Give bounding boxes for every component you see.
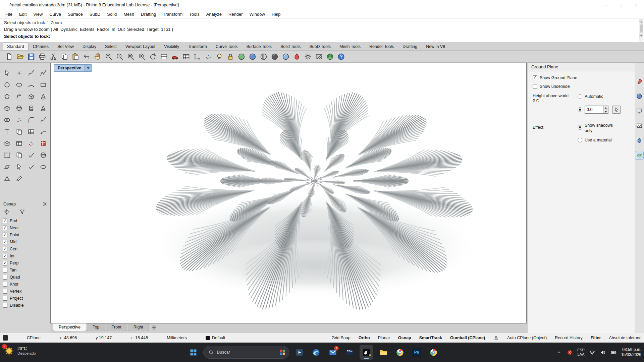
gear-icon[interactable] bbox=[304, 52, 312, 61]
tab-render-tools[interactable]: Render Tools bbox=[365, 43, 398, 50]
checkbox[interactable] bbox=[3, 275, 7, 280]
show-ground-plane-row[interactable]: Show Ground Plane bbox=[533, 75, 577, 80]
zoom-extents-icon[interactable] bbox=[126, 52, 135, 61]
status-filter[interactable]: Filter bbox=[591, 336, 601, 340]
osnap-mid[interactable]: Mid bbox=[0, 238, 50, 245]
status-osnap[interactable]: Osnap bbox=[398, 336, 411, 340]
vptab-top[interactable]: Top bbox=[87, 323, 105, 331]
wifi-icon[interactable] bbox=[589, 349, 595, 356]
image-icon[interactable] bbox=[635, 122, 643, 130]
osnap-point[interactable]: Point bbox=[0, 231, 50, 238]
array-icon[interactable] bbox=[13, 126, 25, 137]
text-icon[interactable] bbox=[1, 126, 13, 137]
taskbar-edge[interactable] bbox=[309, 345, 323, 360]
osnap-end[interactable]: End bbox=[0, 217, 50, 224]
menu-window[interactable]: Window bbox=[246, 11, 268, 18]
wire-box-icon[interactable] bbox=[1, 138, 13, 149]
checkbox[interactable] bbox=[3, 233, 7, 237]
box-icon[interactable] bbox=[1, 103, 13, 114]
worksession-icon[interactable] bbox=[182, 52, 191, 61]
menu-subd[interactable]: SubD bbox=[86, 11, 104, 18]
save-icon[interactable] bbox=[27, 52, 36, 61]
vptab-right[interactable]: Right bbox=[128, 323, 149, 331]
checkbox[interactable] bbox=[3, 289, 7, 294]
taskbar-clipchamp[interactable] bbox=[343, 345, 356, 360]
grid-icon[interactable] bbox=[13, 138, 25, 149]
arc-icon[interactable] bbox=[25, 79, 37, 90]
sphere-light-icon[interactable] bbox=[281, 52, 290, 61]
taskbar-file-explorer[interactable] bbox=[376, 345, 390, 360]
checkbox[interactable] bbox=[3, 254, 7, 258]
minimize-button[interactable] bbox=[598, 0, 613, 10]
status-ortho[interactable]: Ortho bbox=[359, 336, 370, 340]
checkbox[interactable] bbox=[3, 303, 7, 308]
pick-height-button[interactable] bbox=[612, 106, 621, 114]
status-layer[interactable]: Default bbox=[206, 336, 225, 340]
ellipse-icon[interactable] bbox=[13, 79, 25, 90]
surface-plane-icon[interactable] bbox=[1, 161, 13, 173]
search-input[interactable]: Buscar bbox=[203, 346, 289, 359]
ground-plane-icon[interactable] bbox=[635, 151, 643, 159]
shadows-only-radio[interactable] bbox=[578, 125, 582, 130]
tab-cplanes[interactable]: CPlanes bbox=[29, 43, 53, 50]
perspective-viewport[interactable]: Perspective bbox=[50, 63, 527, 323]
osnap-settings-gear-icon[interactable] bbox=[42, 201, 48, 207]
car-icon[interactable] bbox=[171, 52, 179, 61]
solid-box-icon[interactable] bbox=[25, 91, 37, 102]
automatic-row[interactable]: Automatic bbox=[578, 94, 603, 99]
tab-transform[interactable]: Transform bbox=[183, 43, 211, 50]
tab-new-in-v8[interactable]: New in V8 bbox=[422, 43, 449, 50]
pyramid-icon[interactable] bbox=[37, 91, 49, 102]
menu-file[interactable]: File bbox=[2, 11, 16, 18]
menu-curve[interactable]: Curve bbox=[46, 11, 64, 18]
verify-icon[interactable] bbox=[25, 161, 37, 173]
zoom-selected-icon[interactable] bbox=[138, 52, 146, 61]
tab-display[interactable]: Display bbox=[78, 43, 101, 50]
spinner-down-icon[interactable] bbox=[603, 110, 608, 114]
new-viewport-layout-button[interactable] bbox=[150, 324, 158, 331]
tab-surface-tools[interactable]: Surface Tools bbox=[242, 43, 276, 50]
menu-drafting[interactable]: Drafting bbox=[138, 11, 160, 18]
copy-icon[interactable] bbox=[60, 52, 69, 61]
ellipsoid-icon[interactable] bbox=[37, 161, 49, 173]
pan-icon[interactable] bbox=[93, 52, 102, 61]
taskbar-chrome[interactable] bbox=[393, 345, 407, 360]
bulb-icon[interactable] bbox=[215, 52, 224, 61]
scroll-up-icon[interactable]: ▲ bbox=[639, 19, 643, 23]
sphere-striped-icon[interactable] bbox=[259, 52, 268, 61]
show-ground-plane-checkbox[interactable] bbox=[533, 75, 537, 80]
tab-curve-tools[interactable]: Curve Tools bbox=[211, 43, 242, 50]
viewport-menu-dropdown[interactable] bbox=[85, 64, 92, 72]
language-indicator[interactable]: ESP LAA bbox=[577, 348, 585, 356]
new-file-icon[interactable] bbox=[5, 52, 13, 61]
tab-viewport-layout[interactable]: Viewport Layout bbox=[121, 43, 160, 50]
menu-view[interactable]: View bbox=[30, 11, 46, 18]
cylinder-icon[interactable] bbox=[25, 103, 37, 114]
status-gumball[interactable]: Gumball (CPlane) bbox=[450, 336, 485, 340]
show-underside-row[interactable]: Show underside bbox=[533, 84, 570, 89]
viewport-title[interactable]: Perspective bbox=[54, 64, 92, 72]
status-planar[interactable]: Planar bbox=[378, 336, 390, 340]
boolean-icon[interactable] bbox=[1, 114, 13, 126]
taskbar-media-app[interactable] bbox=[292, 345, 306, 360]
globe-icon[interactable] bbox=[326, 52, 334, 61]
paint-drop-icon[interactable] bbox=[292, 52, 301, 61]
menu-help[interactable]: Help bbox=[268, 11, 284, 18]
osnap-tan[interactable]: Tan bbox=[0, 266, 50, 274]
osnap-disable[interactable]: Disable bbox=[0, 302, 50, 309]
scroll-down-icon[interactable]: ▼ bbox=[639, 34, 643, 38]
taskbar-rhino[interactable]: 8 bbox=[360, 345, 373, 360]
hatch-icon[interactable] bbox=[315, 52, 323, 61]
status-record-history[interactable]: Record History bbox=[555, 336, 583, 340]
osnap-vertex[interactable]: Vertex bbox=[0, 288, 50, 295]
mesh-sphere-icon[interactable] bbox=[37, 149, 49, 161]
print-icon[interactable] bbox=[38, 52, 47, 61]
start-button[interactable] bbox=[186, 345, 200, 360]
view-layout-icon[interactable] bbox=[160, 52, 168, 61]
osnap-knot[interactable]: Knot bbox=[0, 281, 50, 288]
offset-curve-icon[interactable] bbox=[13, 91, 25, 102]
show-underside-checkbox[interactable] bbox=[533, 84, 537, 89]
battery-icon[interactable] bbox=[610, 349, 617, 356]
undo-icon[interactable] bbox=[82, 52, 91, 61]
monitor-icon[interactable] bbox=[635, 107, 643, 115]
